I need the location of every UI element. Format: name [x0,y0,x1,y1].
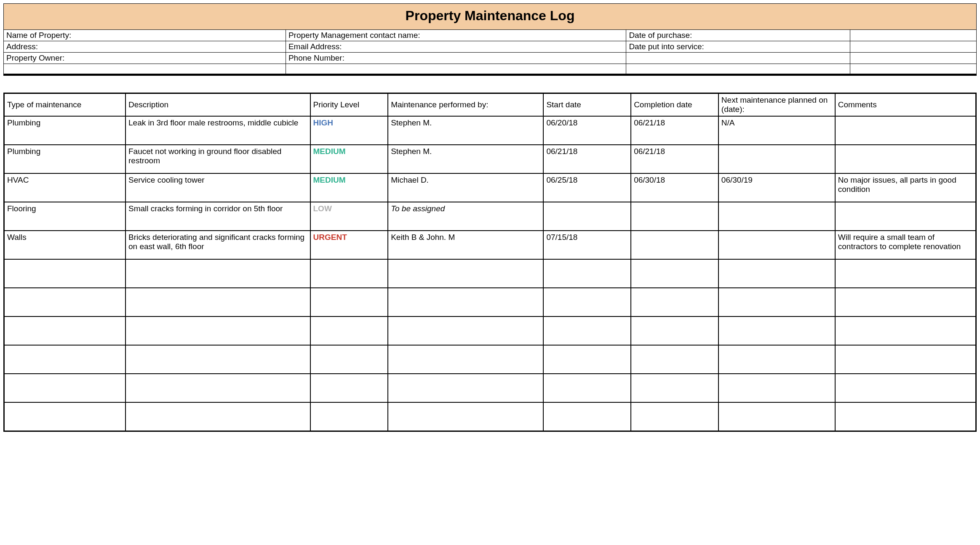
cell-next-maintenance[interactable]: 06/30/19 [718,173,835,202]
cell-performed-by[interactable] [388,259,543,288]
cell-next-maintenance[interactable] [718,145,835,173]
cell-start-date[interactable]: 07/15/18 [543,231,631,259]
info-date-of-purchase[interactable]: Date of purchase: [626,30,850,41]
cell-performed-by[interactable] [388,374,543,402]
cell-next-maintenance[interactable] [718,402,835,431]
cell-completion-date[interactable] [631,345,718,374]
cell-start-date[interactable] [543,288,631,316]
cell-description[interactable]: Service cooling tower [126,173,310,202]
cell-comments[interactable] [835,202,976,231]
cell-performed-by[interactable]: Keith B & John. M [388,231,543,259]
cell-comments[interactable] [835,402,976,431]
cell-completion-date[interactable] [631,202,718,231]
cell-priority[interactable]: URGENT [310,231,388,259]
cell-priority[interactable]: LOW [310,202,388,231]
cell-comments[interactable] [835,374,976,402]
cell-priority[interactable] [310,374,388,402]
cell-priority[interactable] [310,402,388,431]
cell-type[interactable] [4,345,126,374]
cell-comments[interactable] [835,259,976,288]
cell-description[interactable] [126,374,310,402]
cell-type[interactable] [4,288,126,316]
cell-next-maintenance[interactable] [718,374,835,402]
cell-start-date[interactable] [543,316,631,345]
cell-description[interactable] [126,288,310,316]
info-blank-1[interactable] [850,30,976,41]
cell-performed-by[interactable] [388,345,543,374]
cell-type[interactable] [4,259,126,288]
cell-type[interactable]: Flooring [4,202,126,231]
cell-next-maintenance[interactable] [718,202,835,231]
cell-priority[interactable] [310,288,388,316]
cell-start-date[interactable] [543,402,631,431]
cell-description[interactable]: Small cracks forming in corridor on 5th … [126,202,310,231]
cell-comments[interactable]: No major issues, all parts in good condi… [835,173,976,202]
cell-completion-date[interactable] [631,374,718,402]
cell-type[interactable]: HVAC [4,173,126,202]
cell-type[interactable]: Plumbing [4,116,126,145]
cell-type[interactable] [4,374,126,402]
info-date-into-service[interactable]: Date put into service: [626,41,850,53]
info-property-owner[interactable]: Property Owner: [4,53,286,64]
cell-type[interactable] [4,316,126,345]
cell-priority[interactable] [310,345,388,374]
info-contact-name[interactable]: Property Management contact name: [286,30,626,41]
cell-completion-date[interactable]: 06/21/18 [631,116,718,145]
cell-performed-by[interactable]: Stephen M. [388,116,543,145]
cell-priority[interactable]: MEDIUM [310,173,388,202]
info-email[interactable]: Email Address: [286,41,626,53]
cell-next-maintenance[interactable] [718,231,835,259]
cell-start-date[interactable] [543,374,631,402]
cell-performed-by[interactable] [388,402,543,431]
cell-comments[interactable] [835,316,976,345]
cell-comments[interactable] [835,116,976,145]
cell-type[interactable] [4,402,126,431]
cell-comments[interactable] [835,345,976,374]
cell-comments[interactable] [835,145,976,173]
cell-start-date[interactable]: 06/21/18 [543,145,631,173]
info-name-of-property[interactable]: Name of Property: [4,30,286,41]
cell-priority[interactable] [310,316,388,345]
cell-description[interactable]: Faucet not working in ground floor disab… [126,145,310,173]
cell-type[interactable]: Walls [4,231,126,259]
cell-start-date[interactable] [543,259,631,288]
info-blank-4[interactable] [850,53,976,64]
cell-next-maintenance[interactable] [718,345,835,374]
cell-description[interactable]: Leak in 3rd floor male restrooms, middle… [126,116,310,145]
cell-next-maintenance[interactable] [718,259,835,288]
cell-next-maintenance[interactable] [718,316,835,345]
cell-completion-date[interactable] [631,316,718,345]
cell-description[interactable] [126,316,310,345]
cell-type[interactable]: Plumbing [4,145,126,173]
cell-completion-date[interactable]: 06/21/18 [631,145,718,173]
cell-completion-date[interactable]: 06/30/18 [631,173,718,202]
info-blank-3[interactable] [626,53,850,64]
cell-priority[interactable]: HIGH [310,116,388,145]
cell-start-date[interactable]: 06/20/18 [543,116,631,145]
cell-comments[interactable] [835,288,976,316]
cell-completion-date[interactable] [631,259,718,288]
info-blank-5[interactable] [4,64,286,75]
cell-completion-date[interactable] [631,288,718,316]
cell-start-date[interactable] [543,345,631,374]
cell-next-maintenance[interactable]: N/A [718,116,835,145]
cell-performed-by[interactable]: Stephen M. [388,145,543,173]
info-blank-6[interactable] [286,64,626,75]
cell-description[interactable] [126,259,310,288]
info-phone[interactable]: Phone Number: [286,53,626,64]
cell-description[interactable] [126,345,310,374]
info-blank-8[interactable] [850,64,976,75]
cell-next-maintenance[interactable] [718,288,835,316]
cell-performed-by[interactable]: To be assigned [388,202,543,231]
cell-start-date[interactable]: 06/25/18 [543,173,631,202]
cell-performed-by[interactable]: Michael D. [388,173,543,202]
cell-description[interactable]: Bricks deteriorating and significant cra… [126,231,310,259]
cell-description[interactable] [126,402,310,431]
cell-completion-date[interactable] [631,402,718,431]
cell-performed-by[interactable] [388,316,543,345]
cell-priority[interactable] [310,259,388,288]
cell-start-date[interactable] [543,202,631,231]
info-blank-7[interactable] [626,64,850,75]
cell-priority[interactable]: MEDIUM [310,145,388,173]
cell-comments[interactable]: Will require a small team of contractors… [835,231,976,259]
